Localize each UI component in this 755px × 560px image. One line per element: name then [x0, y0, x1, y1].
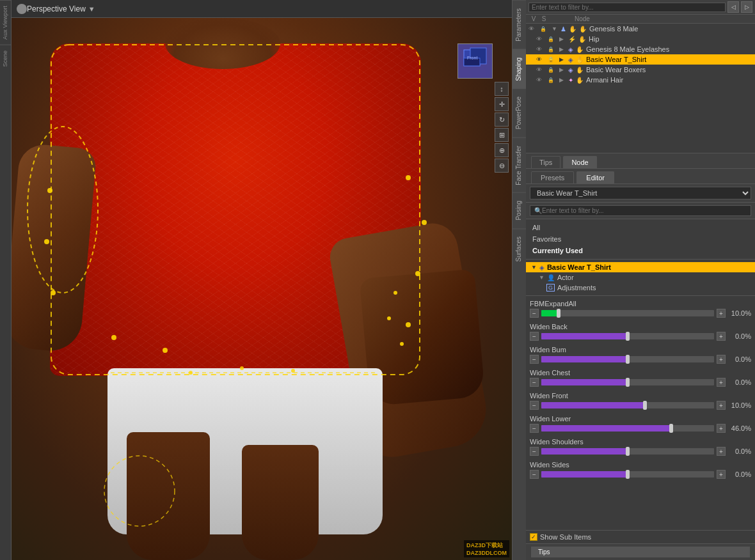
slider-widenback-plus[interactable]: +: [717, 332, 726, 341]
slider-widenbum-minus[interactable]: −: [530, 355, 539, 364]
tree-eyelashes[interactable]: 👁 🔒 ▶ ◈ ✋ Genesis 8 Male Eyelashes: [526, 44, 755, 54]
zoom-tool[interactable]: ↕: [495, 82, 509, 96]
vert-tab-surfaces[interactable]: Surfaces: [513, 228, 526, 269]
col-s-lock: 🔒: [540, 26, 549, 32]
params-adjustments-label: Adjustments: [557, 284, 596, 292]
params-filter: 🔍: [530, 205, 751, 216]
slider-widenbum-fill: [541, 356, 628, 362]
bottom-tips-tab[interactable]: Tips: [531, 547, 750, 557]
watermark: DAZ3D下载站 DAZ3DDLCOM: [464, 540, 509, 557]
col-v-header: V: [528, 15, 539, 22]
slider-widenback-value: 0.0%: [728, 332, 751, 340]
slider-widenbum-thumb[interactable]: [626, 355, 630, 364]
params-filter-input[interactable]: [542, 207, 747, 214]
vert-tab-shaping[interactable]: Shaping: [513, 49, 526, 89]
tips-tab[interactable]: Tips: [531, 156, 560, 168]
scene-filter-bar: ◁ ▷: [526, 0, 755, 15]
slider-widenlower-control: − + 46.0%: [530, 424, 751, 433]
show-sub-items-label: Show Sub Items: [540, 533, 591, 541]
aux-viewport-tab[interactable]: Aux Viewport: [0, 0, 11, 45]
slider-widenshoulders-thumb[interactable]: [626, 447, 630, 456]
editor-tab[interactable]: Editor: [576, 171, 614, 183]
slider-widenchest-plus[interactable]: +: [717, 378, 726, 387]
slider-widenlower-plus[interactable]: +: [717, 424, 726, 433]
tree-genesis8male[interactable]: 👁 🔒 ▼ ♟ ✋ ✋ Genesis 8 Male: [526, 24, 755, 34]
slider-widenback-thumb[interactable]: [626, 332, 630, 341]
cat-currently-used[interactable]: Currently Used: [526, 245, 755, 256]
slider-fbmexpandall-thumb[interactable]: [557, 309, 560, 318]
slider-widenshoulders-fill: [541, 448, 628, 455]
aux-tab-strip: Aux Viewport Scene: [0, 0, 12, 560]
node-tab[interactable]: Node: [563, 156, 596, 168]
slider-widenback-track[interactable]: [541, 333, 714, 339]
slider-widenlower-minus[interactable]: −: [530, 424, 539, 433]
slider-widenchest-fill: [541, 379, 628, 385]
search-icon: 🔍: [534, 207, 542, 214]
slider-widenfront-minus[interactable]: −: [530, 401, 539, 410]
tree-armanihair[interactable]: 👁 🔒 ▶ ✦ ✋ Armani Hair: [526, 75, 755, 85]
3d-viewport[interactable]: Front ↕ ✛ ↻ ⊞ ⊕ ⊖ DAZ3D下载站 DAZ3DDLCOM: [12, 18, 512, 560]
hand-icon-1: ✋: [569, 26, 576, 33]
slider-widenbum-plus[interactable]: +: [717, 355, 726, 364]
frame-tool[interactable]: ⊞: [495, 128, 509, 142]
slider-widensides-plus[interactable]: +: [717, 470, 726, 479]
vert-tab-facetransfer[interactable]: Face Transfer: [513, 137, 526, 193]
slider-widenshoulders-track[interactable]: [541, 448, 714, 455]
slider-widenshoulders-plus[interactable]: +: [717, 447, 726, 456]
scene-filter-next[interactable]: ▷: [741, 1, 752, 13]
slider-widensides-thumb[interactable]: [626, 470, 630, 479]
params-dropdown[interactable]: Basic Wear T_Shirt: [530, 187, 751, 199]
tree-hip[interactable]: 👁 🔒 ▶ ⚡ ✋ Hip: [526, 34, 755, 44]
slider-widenchest-label: Widen Chest: [530, 369, 751, 377]
slider-widenlower-track[interactable]: [541, 425, 714, 432]
slider-widenshoulders-minus[interactable]: −: [530, 447, 539, 456]
col-s-header: S: [539, 15, 549, 22]
slider-widenbum-track[interactable]: [541, 356, 714, 362]
vert-tab-posing[interactable]: Posing: [513, 192, 526, 228]
cat-all[interactable]: All: [526, 222, 755, 233]
orientation-cube[interactable]: Front: [457, 43, 493, 79]
viewport-toolbar: Perspective View ▼: [12, 0, 512, 18]
vert-tab-powerpose[interactable]: PowerPose: [513, 88, 526, 137]
slider-widenshoulders-control: − + 0.0%: [530, 447, 751, 456]
cat-favorites[interactable]: Favorites: [526, 233, 755, 245]
tree-basicwearboxers[interactable]: 👁 🔒 ▶ ◈ ✋ Basic Wear Boxers: [526, 65, 755, 75]
pan-tool[interactable]: ✛: [495, 97, 509, 111]
zoom-out-tool[interactable]: ⊖: [495, 159, 509, 173]
show-sub-checkbox[interactable]: ✓: [530, 533, 537, 541]
params-tree-basicwear[interactable]: ▼ ◈ Basic Wear T_Shirt: [526, 262, 755, 272]
slider-widenchest-track[interactable]: [541, 379, 714, 385]
slider-widenchest-minus[interactable]: −: [530, 378, 539, 387]
vert-tab-parameters[interactable]: Parameters: [513, 0, 526, 49]
params-tree-adjustments[interactable]: G Adjustments: [526, 283, 755, 293]
slider-widenfront-plus[interactable]: +: [717, 401, 726, 410]
check-mark-icon: ✓: [531, 534, 536, 540]
zoom-in-tool[interactable]: ⊕: [495, 143, 509, 157]
slider-widenfront-track[interactable]: [541, 402, 714, 408]
scene-tab[interactable]: Scene: [0, 45, 11, 72]
params-basicwear-label: Basic Wear T_Shirt: [547, 263, 611, 271]
tree-basicwearshirt[interactable]: 👁 🔒 ▶ ◈ ✋ Basic Wear T_Shirt: [526, 54, 755, 65]
basicwearboxers-label: Basic Wear Boxers: [586, 66, 646, 74]
slider-widenlower-thumb[interactable]: [669, 424, 673, 433]
slider-widenback-minus[interactable]: −: [530, 332, 539, 341]
viewport-dropdown-arrow[interactable]: ▼: [88, 5, 95, 13]
show-sub-items-bar: ✓ Show Sub Items: [526, 530, 755, 543]
bottom-tips-bar: Tips: [526, 543, 755, 560]
slider-widenbum-control: − + 0.0%: [530, 355, 751, 364]
slider-fbmexpandall-plus[interactable]: +: [717, 309, 726, 318]
slider-widenshoulders-label: Widen Shoulders: [530, 438, 751, 446]
viewport-title: Perspective View: [27, 4, 86, 13]
params-tree-actor[interactable]: ▼ 👤 Actor: [526, 272, 755, 283]
slider-fbmexpandall-minus[interactable]: −: [530, 309, 539, 318]
slider-widenfront-thumb[interactable]: [643, 401, 647, 410]
presets-tab[interactable]: Presets: [531, 171, 574, 183]
scene-filter-prev[interactable]: ◁: [727, 1, 739, 13]
slider-widenchest-thumb[interactable]: [626, 378, 630, 387]
slider-widensides-track[interactable]: [541, 471, 714, 478]
slider-fbmexpandall-track[interactable]: [541, 310, 714, 316]
slider-widenfront-control: − + 10.0%: [530, 401, 751, 410]
scene-filter-input[interactable]: [528, 3, 726, 12]
slider-widensides-minus[interactable]: −: [530, 470, 539, 479]
rotate-tool[interactable]: ↻: [495, 113, 509, 127]
